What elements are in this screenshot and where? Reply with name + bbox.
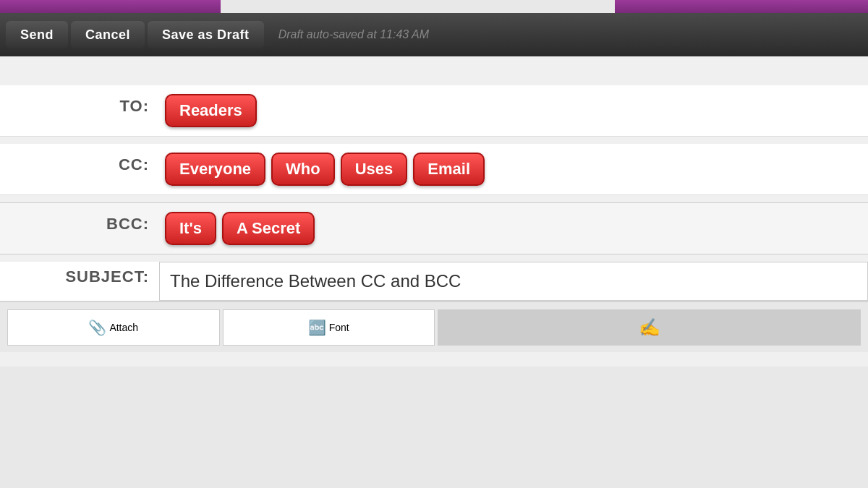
font-icon: 🔤 bbox=[308, 319, 326, 336]
bcc-field-content: It's A Secret bbox=[159, 209, 868, 248]
to-row: TO: Readers bbox=[0, 85, 868, 137]
subject-row: SUBJECT: The Difference Between CC and B… bbox=[0, 262, 868, 301]
recipient-tag-everyone[interactable]: Everyone bbox=[165, 153, 265, 186]
email-form: TO: Readers CC: Everyone Who Uses Email … bbox=[0, 56, 868, 367]
format-toolbar: 📎 Attach 🔤 Font ✍ bbox=[0, 301, 868, 352]
bcc-row: BCC: It's A Secret bbox=[0, 202, 868, 254]
preview-icon: ✍ bbox=[639, 317, 660, 338]
recipient-tag-its[interactable]: It's bbox=[165, 212, 216, 245]
cc-field-content: Everyone Who Uses Email bbox=[159, 150, 868, 189]
recipient-tag-asecret[interactable]: A Secret bbox=[222, 212, 315, 245]
cc-row: CC: Everyone Who Uses Email bbox=[0, 144, 868, 195]
paperclip-icon: 📎 bbox=[88, 319, 106, 336]
top-bar-middle bbox=[221, 0, 615, 13]
subject-field[interactable]: The Difference Between CC and BCC bbox=[159, 262, 868, 301]
font-button[interactable]: 🔤 Font bbox=[223, 309, 435, 346]
save-draft-button[interactable]: Save as Draft bbox=[148, 21, 264, 48]
spacer-top bbox=[0, 71, 868, 85]
format-preview: ✍ bbox=[438, 309, 861, 346]
draft-status: Draft auto-saved at 11:43 AM bbox=[278, 28, 429, 41]
send-button[interactable]: Send bbox=[6, 21, 68, 48]
top-bar-left bbox=[0, 0, 221, 13]
top-bar-right bbox=[615, 0, 868, 13]
email-toolbar: Send Cancel Save as Draft Draft auto-sav… bbox=[0, 13, 868, 56]
font-label: Font bbox=[329, 322, 349, 333]
bcc-label: BCC: bbox=[0, 209, 159, 234]
recipient-tag-uses[interactable]: Uses bbox=[341, 153, 408, 186]
cc-label: CC: bbox=[0, 150, 159, 174]
to-field-content: Readers bbox=[159, 91, 868, 130]
recipient-tag-readers[interactable]: Readers bbox=[165, 94, 257, 127]
recipient-tag-who[interactable]: Who bbox=[271, 153, 335, 186]
attach-button[interactable]: 📎 Attach bbox=[7, 309, 220, 346]
cancel-button[interactable]: Cancel bbox=[71, 21, 145, 48]
top-bar bbox=[0, 0, 868, 13]
to-label: TO: bbox=[0, 91, 159, 116]
subject-label: SUBJECT: bbox=[0, 262, 159, 301]
recipient-tag-email[interactable]: Email bbox=[413, 153, 485, 186]
attach-label: Attach bbox=[109, 322, 138, 333]
